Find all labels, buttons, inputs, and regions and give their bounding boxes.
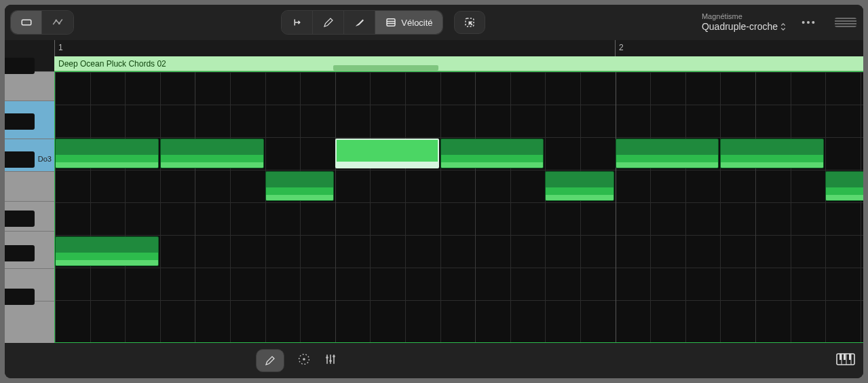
piano-roll-icon	[20, 16, 33, 29]
midi-note[interactable]	[825, 171, 863, 201]
piano-roll-view-button[interactable]	[11, 11, 42, 34]
region-name-label: Deep Ocean Pluck Chords 02	[58, 59, 166, 69]
pencil-tool-button[interactable]	[313, 11, 344, 34]
midi-note[interactable]	[55, 236, 159, 266]
midi-note[interactable]	[335, 139, 439, 168]
black-key[interactable]	[5, 151, 35, 168]
note-grid[interactable]	[54, 71, 863, 343]
velocity-subeditor-button[interactable]: Vélocité	[375, 11, 442, 34]
keyboard-toggle-button[interactable]	[836, 353, 855, 368]
region-name-strip[interactable]: Deep Ocean Pluck Chords 02	[54, 56, 863, 71]
keyboard-icon	[836, 353, 855, 365]
bar-number: 2	[619, 43, 624, 52]
drag-handle[interactable]	[835, 18, 856, 27]
pencil-icon	[322, 16, 335, 29]
svg-point-8	[807, 21, 810, 24]
svg-point-15	[326, 357, 328, 359]
midi-note[interactable]	[616, 139, 719, 168]
velocity-label: Vélocité	[401, 18, 432, 28]
more-icon	[801, 20, 816, 24]
time-ruler[interactable]: 12	[5, 40, 863, 56]
loop-range-indicator[interactable]	[333, 65, 438, 71]
selection-tool-button[interactable]	[454, 11, 485, 34]
brush-tool-button[interactable]	[344, 11, 375, 34]
svg-point-16	[329, 360, 332, 363]
svg-point-17	[333, 355, 335, 358]
bottom-toolbar	[5, 343, 863, 378]
quantize-icon	[297, 352, 312, 367]
midi-note[interactable]	[720, 139, 824, 168]
sliders-icon	[324, 352, 337, 366]
piano-keyboard[interactable]: Do3	[5, 71, 54, 343]
midi-note[interactable]	[545, 171, 614, 201]
move-icon	[291, 16, 303, 29]
midi-note[interactable]	[160, 139, 264, 168]
black-key[interactable]	[5, 113, 35, 130]
view-mode-group	[10, 10, 74, 35]
editor-area: Do3	[5, 71, 863, 343]
svg-point-9	[812, 21, 814, 24]
svg-rect-3	[387, 19, 395, 26]
velocity-icon	[385, 16, 397, 29]
snap-caption: Magnétisme	[702, 12, 742, 21]
top-toolbar: Vélocité Magnétisme Quadruple-croche	[5, 5, 863, 40]
ruler-track[interactable]: 12	[54, 40, 863, 56]
white-key[interactable]	[5, 71, 54, 101]
svg-rect-0	[22, 20, 31, 25]
marquee-icon	[464, 16, 476, 29]
ruler-gutter	[5, 40, 54, 56]
white-key[interactable]	[5, 301, 54, 329]
automation-icon	[52, 16, 64, 29]
snap-menu[interactable]: Magnétisme Quadruple-croche	[702, 12, 786, 33]
brush-icon	[354, 16, 366, 29]
pencil-mode-button[interactable]	[256, 349, 284, 372]
white-key[interactable]	[5, 171, 54, 201]
svg-point-1	[55, 20, 57, 22]
black-key[interactable]	[5, 245, 35, 261]
automation-view-button[interactable]	[42, 11, 73, 34]
more-menu-button[interactable]	[794, 20, 823, 24]
octave-label: Do3	[38, 155, 52, 163]
midi-note[interactable]	[55, 139, 159, 168]
quantize-button[interactable]	[297, 352, 312, 369]
black-key[interactable]	[5, 211, 35, 227]
piano-roll-editor: Vélocité Magnétisme Quadruple-croche	[5, 5, 863, 378]
svg-point-11	[303, 358, 305, 361]
svg-point-7	[802, 21, 805, 24]
tool-group: Vélocité	[281, 10, 442, 35]
snap-value-text: Quadruple-croche	[702, 21, 778, 33]
black-key[interactable]	[5, 289, 35, 305]
updown-chevron-icon	[780, 23, 786, 31]
black-key[interactable]	[5, 58, 35, 74]
mixer-button[interactable]	[324, 352, 337, 369]
move-tool-button[interactable]	[282, 11, 313, 34]
region-header: Deep Ocean Pluck Chords 02	[5, 56, 863, 71]
svg-point-2	[58, 22, 60, 24]
pencil-icon	[264, 354, 276, 367]
bar-number: 1	[58, 43, 63, 52]
midi-note[interactable]	[265, 171, 334, 201]
svg-rect-20	[844, 354, 846, 360]
midi-note[interactable]	[440, 139, 544, 168]
